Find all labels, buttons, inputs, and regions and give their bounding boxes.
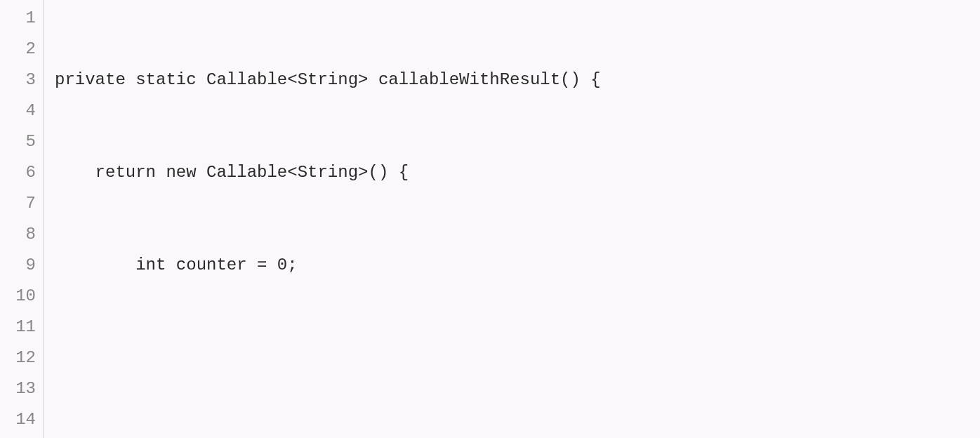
code-block: 1 2 3 4 5 6 7 8 9 10 11 12 13 14 private… xyxy=(0,0,980,438)
line-number-gutter: 1 2 3 4 5 6 7 8 9 10 11 12 13 14 xyxy=(0,0,44,438)
code-content: private static Callable<String> callable… xyxy=(44,0,980,438)
line-number: 1 xyxy=(0,3,36,34)
line-number: 11 xyxy=(0,312,36,343)
code-line: private static Callable<String> callable… xyxy=(55,65,980,95)
line-number: 13 xyxy=(0,373,36,404)
code-line: int counter = 0; xyxy=(55,250,980,281)
line-number: 14 xyxy=(0,404,36,435)
line-number: 9 xyxy=(0,250,36,281)
line-number: 12 xyxy=(0,343,36,373)
code-line: public String call() throws Exception { xyxy=(55,435,980,438)
code-line xyxy=(55,343,980,373)
line-number: 7 xyxy=(0,188,36,219)
line-number: 5 xyxy=(0,126,36,157)
line-number: 2 xyxy=(0,34,36,65)
code-line: return new Callable<String>() { xyxy=(55,157,980,188)
line-number: 3 xyxy=(0,65,36,95)
line-number: 10 xyxy=(0,281,36,312)
line-number: 6 xyxy=(0,157,36,188)
line-number: 8 xyxy=(0,219,36,250)
line-number: 4 xyxy=(0,95,36,126)
